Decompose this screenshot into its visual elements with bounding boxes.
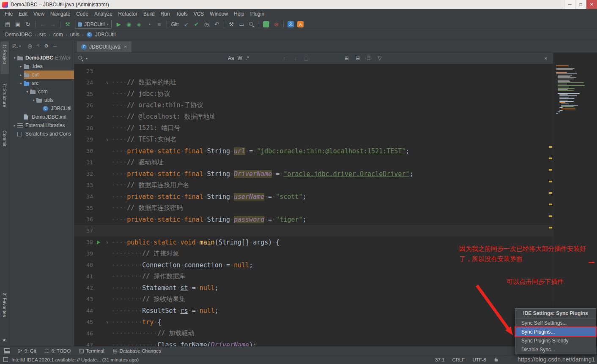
ban-icon[interactable]: ⊘: [271, 20, 281, 29]
translate-plugin-icon[interactable]: 文: [288, 21, 294, 27]
warning-stripe-mark[interactable]: [549, 215, 552, 217]
fold-icon[interactable]: ∨: [104, 320, 111, 324]
back-icon[interactable]: ←: [38, 20, 48, 29]
popup-item-sync-plugins-silently[interactable]: Sync Plugins Silently: [515, 336, 596, 345]
menu-vcs[interactable]: VCS: [191, 10, 207, 18]
menu-tools[interactable]: Tools: [173, 10, 191, 18]
save-all-icon[interactable]: ▣: [13, 20, 23, 29]
code-line-43[interactable]: 43········// 接收结果集: [74, 293, 553, 305]
tree-item-external-libraries[interactable]: ▸External Libraries: [9, 121, 74, 130]
remove-selection-icon[interactable]: ⊟: [354, 55, 361, 61]
breadcrumb-item-demojdbc[interactable]: DemoJDBC: [5, 32, 32, 38]
forward-icon[interactable]: →: [48, 20, 58, 29]
toolwindow-button-database-changes[interactable]: Database Changes: [109, 348, 165, 353]
minimap[interactable]: [553, 53, 597, 346]
maximize-button[interactable]: □: [575, 0, 586, 9]
git-history-icon[interactable]: ◷: [201, 20, 211, 29]
plugin-green-icon[interactable]: [263, 21, 269, 27]
code-line-47[interactable]: 47············Class.forName(DriverName);: [74, 339, 553, 346]
code-line-26[interactable]: 26····// oracle:thin-子协议: [74, 100, 553, 111]
toolwindow-button-6-todo[interactable]: 6: TODO: [40, 348, 75, 353]
warning-stripe-mark[interactable]: [549, 227, 552, 228]
code-area[interactable]: 2324∨····// 数据库的地址25····// jdbc:协议26····…: [74, 64, 553, 346]
toolwindow-button-2-favorites[interactable]: 2: Favorites: [2, 293, 7, 317]
fold-icon[interactable]: ∨: [104, 137, 111, 142]
tree-toggle-icon[interactable]: ▾: [18, 81, 24, 85]
git-rollback-icon[interactable]: ↶: [211, 20, 222, 29]
debug-icon[interactable]: ◉: [124, 20, 134, 29]
close-button[interactable]: ✕: [586, 0, 597, 9]
select-occurrences-icon[interactable]: ≣: [365, 55, 372, 61]
code-line-23[interactable]: 23: [74, 65, 553, 77]
lock-icon[interactable]: [494, 357, 498, 363]
menu-run[interactable]: Run: [158, 10, 173, 18]
locate-icon[interactable]: ◎: [27, 43, 32, 49]
tree-item-idea[interactable]: ▸.idea: [9, 62, 74, 71]
tree-item-demojdbc-iml[interactable]: DemoJDBC.iml: [9, 113, 74, 121]
tree-toggle-icon[interactable]: ▾: [25, 90, 30, 94]
breadcrumb-item-jdbcutil[interactable]: JDBCUtil: [95, 32, 116, 38]
code-line-42[interactable]: 42········Statement·st·=·null;: [74, 282, 553, 293]
favorites-star-icon[interactable]: ★: [2, 337, 6, 343]
tree-item-scratches-and-cons[interactable]: Scratches and Cons: [9, 130, 74, 138]
search-input[interactable]: [90, 54, 225, 62]
code-line-33[interactable]: 33····// 数据库连接用户名: [74, 179, 553, 191]
run-icon[interactable]: ▶: [114, 20, 124, 29]
build-icon[interactable]: ⚒: [63, 20, 73, 29]
collapse-all-icon[interactable]: ÷: [37, 43, 40, 49]
toolwindow-switcher-icon[interactable]: [4, 348, 10, 353]
warning-stripe-mark[interactable]: [549, 146, 552, 148]
run-config-combo[interactable]: JDBCUtil▾: [75, 20, 112, 29]
code-line-31[interactable]: 31····// 驱动地址: [74, 157, 553, 168]
tree-item-src[interactable]: ▾src: [9, 79, 74, 87]
code-line-46[interactable]: 46············// 加载驱动: [74, 328, 553, 339]
event-icon[interactable]: [3, 357, 8, 363]
tree-toggle-icon[interactable]: ▾: [12, 56, 17, 60]
code-line-29[interactable]: 29∨····// TEST:实例名: [74, 134, 553, 145]
code-line-45[interactable]: 45∨········try·{: [74, 316, 553, 328]
status-message[interactable]: IntelliJ IDEA 2020.1 available: // Updat…: [11, 357, 139, 362]
code-line-35[interactable]: 35····// 数据库连接密码: [74, 202, 553, 214]
code-line-28[interactable]: 28····// 1521: 端口号: [74, 122, 553, 134]
popup-item-sync-plugins[interactable]: Sync Plugins...: [515, 327, 596, 336]
whole-words-toggle[interactable]: W: [238, 55, 242, 61]
toolwindow-button-commit[interactable]: Commit: [2, 130, 7, 147]
run-gutter-icon[interactable]: [97, 240, 100, 244]
encoding-indicator[interactable]: UTF-8: [472, 357, 486, 362]
tree-item-jdbcutil[interactable]: CJDBCUtil: [9, 104, 74, 113]
synchronize-icon[interactable]: ↻: [23, 20, 33, 29]
tree-item-utils[interactable]: ▾utils: [9, 96, 74, 104]
popup-item-sync-self-settings[interactable]: Sync Self Settings...: [515, 318, 596, 327]
menu-navigate[interactable]: Navigate: [47, 10, 73, 18]
toolwindow-button-7-structure[interactable]: 7: Structure: [2, 83, 7, 107]
add-selection-icon[interactable]: ⊞: [343, 55, 351, 61]
match-case-toggle[interactable]: Aa: [228, 55, 234, 61]
tree-toggle-icon[interactable]: ▸: [12, 124, 17, 128]
find-prev-icon[interactable]: ↑: [280, 55, 288, 61]
toolwindow-button-terminal[interactable]: Terminal: [75, 348, 108, 353]
tools-icon[interactable]: ⚒: [226, 20, 236, 29]
close-icon[interactable]: ✕: [124, 45, 127, 49]
tree-item-out[interactable]: ▸out: [9, 71, 74, 79]
menu-refactor[interactable]: Refactor: [115, 10, 140, 18]
line-ending-indicator[interactable]: CRLF: [452, 357, 465, 362]
menu-build[interactable]: Build: [140, 10, 158, 18]
code-line-41[interactable]: 41········// 操作数据库: [74, 271, 553, 282]
close-icon[interactable]: ✕: [544, 56, 548, 61]
menu-analyze[interactable]: Analyze: [91, 10, 115, 18]
regex-toggle[interactable]: .*: [246, 55, 249, 61]
tree-toggle-icon[interactable]: ▸: [18, 65, 24, 68]
menu-help[interactable]: Help: [231, 10, 247, 18]
open-project-icon[interactable]: ▤: [3, 20, 13, 29]
error-stripe[interactable]: [548, 64, 553, 346]
settings-icon[interactable]: ⚙: [44, 43, 49, 49]
code-line-34[interactable]: 34····private·static·final·String·userNa…: [74, 191, 553, 202]
git-commit-icon[interactable]: ✔: [191, 20, 201, 29]
breadcrumb-item-com[interactable]: com: [53, 32, 63, 38]
menu-window[interactable]: Window: [207, 10, 231, 18]
fold-icon[interactable]: ∨: [104, 80, 111, 85]
popup-item-disable-sync[interactable]: Disable Sync...: [515, 345, 596, 354]
editor-tab[interactable]: C JDBCUtil.java ✕: [77, 41, 131, 52]
fold-icon[interactable]: ∨: [104, 240, 111, 244]
tree-toggle-icon[interactable]: ▸: [18, 73, 24, 77]
